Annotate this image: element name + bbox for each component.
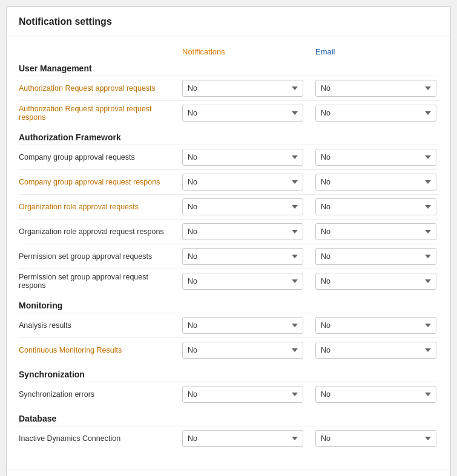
setting-label-inactive-dynamics-connection: Inactive Dynamics Connection (19, 434, 182, 443)
notifications-select-company-group-approval[interactable]: NoYes (182, 149, 303, 166)
setting-label-sync-errors: Synchronization errors (19, 390, 182, 399)
email-select-permission-set-group-approval-respons[interactable]: NoYes (315, 273, 436, 290)
email-select-company-group-approval[interactable]: NoYes (315, 149, 436, 166)
email-select-wrap-analysis-results: NoYes (315, 317, 436, 334)
setting-row-permission-set-group-approval: Permission set group approval requestsNo… (19, 244, 438, 269)
email-select-company-group-approval-respons[interactable]: NoYes (315, 174, 436, 191)
notifications-select-sync-errors[interactable]: NoYes (182, 386, 303, 403)
setting-row-inactive-dynamics-connection: Inactive Dynamics ConnectionNoYesNoYes (19, 426, 438, 451)
email-select-continuous-monitoring-results[interactable]: NoYes (315, 342, 436, 359)
notifications-select-wrap-analysis-results: NoYes (182, 317, 303, 334)
section-title-monitoring: Monitoring (19, 301, 438, 310)
email-select-wrap-inactive-dynamics-connection: NoYes (315, 430, 436, 447)
email-select-sync-errors[interactable]: NoYes (315, 386, 436, 403)
columns-header: Notifications Email (182, 47, 438, 56)
email-select-wrap-org-role-approval: NoYes (315, 198, 436, 215)
notifications-select-wrap-auth-request-approval-respons: NoYes (182, 105, 303, 122)
setting-row-auth-request-approval: Authorization Request approval requestsN… (19, 76, 438, 100)
setting-row-permission-set-group-approval-respons: Permission set group approval request re… (19, 269, 438, 293)
notifications-select-auth-request-approval[interactable]: NoYes (182, 80, 303, 97)
notifications-select-wrap-continuous-monitoring-results: NoYes (182, 342, 303, 359)
setting-row-org-role-approval-respons: Organization role approval request respo… (19, 219, 438, 244)
notifications-select-wrap-company-group-approval: NoYes (182, 149, 303, 166)
notifications-select-wrap-auth-request-approval: NoYes (182, 80, 303, 97)
setting-row-auth-request-approval-respons: Authorization Request approval request r… (19, 100, 438, 125)
email-select-org-role-approval[interactable]: NoYes (315, 198, 436, 215)
setting-label-company-group-approval-respons: Company group approval request respons (19, 178, 182, 186)
setting-row-company-group-approval: Company group approval requestsNoYesNoYe… (19, 145, 438, 169)
notifications-select-inactive-dynamics-connection[interactable]: NoYes (182, 430, 303, 447)
notifications-select-wrap-sync-errors: NoYes (182, 386, 303, 403)
notifications-select-analysis-results[interactable]: NoYes (182, 317, 303, 334)
notifications-select-wrap-inactive-dynamics-connection: NoYes (182, 430, 303, 447)
email-select-wrap-continuous-monitoring-results: NoYes (315, 342, 436, 359)
notifications-select-wrap-org-role-approval: NoYes (182, 198, 303, 215)
setting-label-org-role-approval-respons: Organization role approval request respo… (19, 227, 182, 236)
setting-row-company-group-approval-respons: Company group approval request responsNo… (19, 169, 438, 194)
notifications-select-wrap-permission-set-group-approval: NoYes (182, 248, 303, 265)
notifications-select-org-role-approval-respons[interactable]: NoYes (182, 223, 303, 240)
email-select-auth-request-approval-respons[interactable]: NoYes (315, 105, 436, 122)
setting-label-permission-set-group-approval-respons: Permission set group approval request re… (19, 273, 182, 290)
notifications-select-wrap-permission-set-group-approval-respons: NoYes (182, 273, 303, 290)
footer: Save & Close Cancel (7, 469, 450, 476)
setting-label-analysis-results: Analysis results (19, 321, 182, 330)
email-select-auth-request-approval[interactable]: NoYes (315, 80, 436, 97)
section-title-synchronization: Synchronization (19, 370, 438, 379)
email-select-inactive-dynamics-connection[interactable]: NoYes (315, 430, 436, 447)
section-title-database: Database (19, 414, 438, 423)
email-select-wrap-company-group-approval: NoYes (315, 149, 436, 166)
notification-settings-panel: Notification settings Notifications Emai… (6, 6, 451, 476)
email-select-wrap-sync-errors: NoYes (315, 386, 436, 403)
notifications-select-wrap-org-role-approval-respons: NoYes (182, 223, 303, 240)
setting-label-company-group-approval: Company group approval requests (19, 153, 182, 161)
notifications-select-permission-set-group-approval[interactable]: NoYes (182, 248, 303, 265)
email-select-wrap-company-group-approval-respons: NoYes (315, 174, 436, 191)
notifications-select-permission-set-group-approval-respons[interactable]: NoYes (182, 273, 303, 290)
notifications-select-org-role-approval[interactable]: NoYes (182, 198, 303, 215)
setting-label-auth-request-approval: Authorization Request approval requests (19, 84, 182, 93)
setting-row-org-role-approval: Organization role approval requestsNoYes… (19, 194, 438, 219)
section-title-authorization-framework: Authorization Framework (19, 132, 438, 142)
panel-header: Notification settings (7, 7, 450, 36)
email-select-wrap-org-role-approval-respons: NoYes (315, 223, 436, 240)
sections-container: User ManagementAuthorization Request app… (19, 64, 438, 451)
email-select-org-role-approval-respons[interactable]: NoYes (315, 223, 436, 240)
email-select-permission-set-group-approval[interactable]: NoYes (315, 248, 436, 265)
page-title: Notification settings (19, 16, 112, 27)
email-select-wrap-permission-set-group-approval-respons: NoYes (315, 273, 436, 290)
email-select-wrap-auth-request-approval-respons: NoYes (315, 105, 436, 122)
setting-label-auth-request-approval-respons: Authorization Request approval request r… (19, 105, 182, 122)
email-select-analysis-results[interactable]: NoYes (315, 317, 436, 334)
notifications-select-continuous-monitoring-results[interactable]: NoYes (182, 342, 303, 359)
setting-row-continuous-monitoring-results: Continuous Monitoring ResultsNoYesNoYes (19, 337, 438, 362)
section-title-user-management: User Management (19, 64, 438, 73)
notifications-select-auth-request-approval-respons[interactable]: NoYes (182, 105, 303, 122)
notifications-select-wrap-company-group-approval-respons: NoYes (182, 174, 303, 191)
panel-body: Notifications Email User ManagementAutho… (7, 36, 450, 463)
email-select-wrap-auth-request-approval: NoYes (315, 80, 436, 97)
setting-row-analysis-results: Analysis resultsNoYesNoYes (19, 313, 438, 337)
setting-label-continuous-monitoring-results: Continuous Monitoring Results (19, 346, 182, 354)
email-select-wrap-permission-set-group-approval: NoYes (315, 248, 436, 265)
setting-label-permission-set-group-approval: Permission set group approval requests (19, 252, 182, 261)
notifications-column-header: Notifications (182, 47, 303, 56)
setting-label-org-role-approval: Organization role approval requests (19, 203, 182, 211)
email-column-header: Email (315, 47, 436, 56)
setting-row-sync-errors: Synchronization errorsNoYesNoYes (19, 382, 438, 406)
notifications-select-company-group-approval-respons[interactable]: NoYes (182, 174, 303, 191)
